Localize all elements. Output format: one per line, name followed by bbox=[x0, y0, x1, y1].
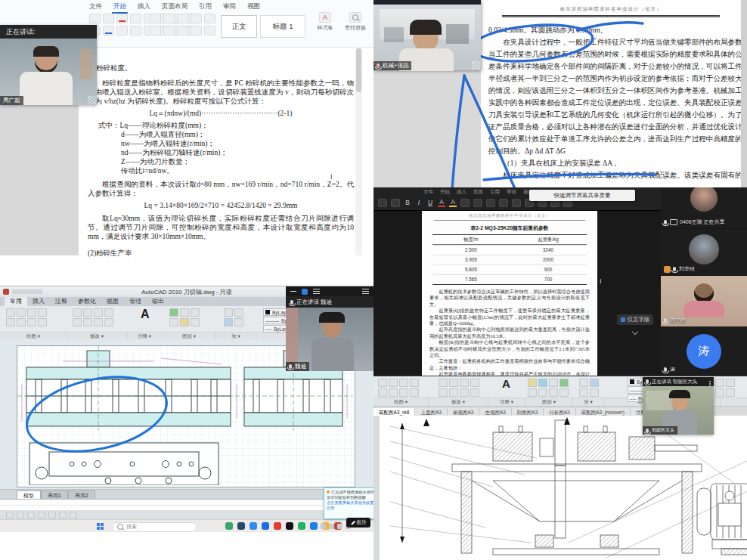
dark-menu-tab[interactable]: 插入 bbox=[457, 189, 466, 196]
cad-canvas[interactable] bbox=[380, 416, 747, 560]
format-icon[interactable] bbox=[473, 199, 482, 207]
taskbar-app-icon[interactable] bbox=[286, 522, 293, 530]
speaker-video-tile[interactable]: 正在讲话: 周广超 bbox=[0, 25, 97, 105]
status-bar[interactable] bbox=[0, 510, 374, 519]
ribbon-tab[interactable]: 管理 bbox=[124, 297, 147, 306]
draw-panel-icons[interactable] bbox=[439, 379, 479, 397]
ribbon-tab[interactable]: 常用 bbox=[5, 297, 27, 306]
ribbon-tab[interactable]: 输出 bbox=[147, 297, 169, 306]
ribbon-tab[interactable]: 参数化 bbox=[73, 297, 101, 306]
modify-panel-icons[interactable] bbox=[378, 379, 419, 397]
dark-menu-tab[interactable]: 引用 bbox=[490, 189, 500, 196]
format-icon[interactable]: U bbox=[426, 199, 434, 206]
thesis-text-line: （1）夹具在机床上的安装误差 ΔA 。 bbox=[488, 157, 735, 169]
shared-doc-paragraph: 幅度(R)指的是吊钩中心线与起重机回转中心线之间的水平距离，这个参数决定起重机不… bbox=[429, 339, 590, 358]
participant-tile[interactable]: 周宇婷 bbox=[661, 276, 747, 326]
dark-menu-tab[interactable]: 审阅 bbox=[507, 189, 516, 196]
menu-tab[interactable]: 页面布局 bbox=[160, 2, 189, 14]
layout-tab-bar[interactable]: 模型布局1布局2 bbox=[0, 489, 374, 500]
panel-caption[interactable]: 修改 ▾ bbox=[429, 398, 488, 406]
format-icon[interactable] bbox=[486, 199, 495, 207]
minimize-icon[interactable] bbox=[290, 291, 296, 292]
mini-window-controls[interactable] bbox=[286, 286, 374, 296]
popup-line: 点击查看屏幕共享画质设置向导 bbox=[327, 500, 374, 511]
format-icon[interactable] bbox=[499, 199, 508, 207]
format-icon[interactable]: A bbox=[449, 198, 457, 207]
format-icon[interactable] bbox=[460, 199, 470, 207]
paragraph-format-icons[interactable] bbox=[150, 14, 215, 36]
annotation-panel-icons[interactable] bbox=[528, 379, 569, 397]
taskbar-app-icon[interactable] bbox=[237, 522, 245, 530]
annotate-pill-button[interactable]: 批注 bbox=[346, 518, 370, 528]
resize-handle[interactable] bbox=[472, 61, 480, 70]
doc-paragraph-4: (2)粉碎生产率 bbox=[88, 249, 354, 258]
utility-panel-icons[interactable] bbox=[715, 379, 735, 397]
quick-access-toolbar[interactable] bbox=[12, 289, 42, 294]
format-icon[interactable]: A bbox=[438, 198, 445, 207]
menu-tab[interactable]: 开始 bbox=[112, 2, 128, 14]
panel-caption[interactable]: 注释 ▾ bbox=[488, 398, 525, 406]
vertical-scrollbar[interactable] bbox=[355, 47, 362, 255]
taskbar-app-icon[interactable] bbox=[225, 522, 233, 530]
draw-panel-icons[interactable] bbox=[6, 308, 47, 326]
notification-popup[interactable]: 已完成升级检测相关操作水印功能授权到期提醒点击查看屏幕共享画质设置向导 bbox=[324, 487, 374, 519]
participant-tile[interactable]: 涛涛 bbox=[661, 327, 747, 376]
format-icon[interactable] bbox=[512, 199, 521, 207]
annotate-text-icon[interactable]: A bbox=[502, 377, 510, 390]
participant-video-tile[interactable]: 机械+张晶 bbox=[374, 0, 481, 70]
chevron-down-icon[interactable] bbox=[632, 329, 638, 335]
crusher-assembly-drawing-svg bbox=[380, 416, 747, 560]
style-heading-chip[interactable]: 标题 1 bbox=[260, 15, 305, 38]
menu-tab[interactable]: 插入 bbox=[136, 2, 152, 14]
windows-taskbar[interactable]: 搜索 bbox=[0, 519, 374, 532]
style-normal-chip[interactable]: 正文 bbox=[221, 15, 257, 38]
style-heading-label: 标题 1 bbox=[273, 22, 293, 32]
resize-handle[interactable] bbox=[88, 96, 96, 104]
style-set-button[interactable]: A 样式集 bbox=[312, 12, 339, 32]
menu-tab[interactable]: 引用 bbox=[197, 2, 213, 14]
ribbon-tab[interactable]: 插入 bbox=[27, 297, 50, 306]
taskbar-search[interactable]: 搜索 bbox=[112, 522, 197, 532]
taskbar-app-icon[interactable] bbox=[250, 522, 257, 530]
format-icon[interactable]: I bbox=[415, 199, 423, 206]
annotate-text-icon[interactable]: A bbox=[141, 308, 150, 321]
ribbon-tab[interactable]: 注释 bbox=[50, 297, 73, 306]
more-menu-icon[interactable] bbox=[362, 289, 369, 290]
mini-meeting-window[interactable]: 正在讲话 智能区大头 智能区大头 bbox=[643, 377, 714, 435]
participant-nametag: 机械+张晶 bbox=[374, 61, 411, 70]
panel-caption[interactable]: 块 ▾ bbox=[573, 398, 604, 406]
layer-panel-icons[interactable] bbox=[169, 308, 200, 326]
ribbon-tab[interactable]: 视图 bbox=[101, 297, 124, 306]
restore-icon[interactable] bbox=[302, 289, 308, 295]
format-icon[interactable]: B bbox=[404, 199, 411, 206]
document-body: (1)粉碎粒度。 粉碎粒度是指物料粉碎后的长度尺寸，是 PC 粉碎机的主要性能参… bbox=[88, 62, 354, 258]
dark-menu-tab[interactable]: 页面 bbox=[473, 189, 483, 196]
kebab-menu-icon[interactable] bbox=[709, 381, 711, 382]
mini-meeting-window[interactable]: 正在讲话 魏迪 魏迪 bbox=[286, 286, 374, 371]
word-menu-bar[interactable]: 文件开始插入页面布局引用审阅视图 bbox=[88, 2, 262, 14]
panel-caption[interactable]: 绘图 ▾ bbox=[374, 398, 429, 406]
dark-menu-tab[interactable]: 文件 bbox=[423, 189, 433, 196]
block-panel-icons[interactable] bbox=[224, 308, 243, 326]
taskbar-app-icon[interactable] bbox=[274, 522, 281, 530]
start-button[interactable] bbox=[97, 523, 104, 530]
dark-menu-tab[interactable]: 开始 bbox=[440, 189, 450, 196]
menu-icon[interactable] bbox=[313, 289, 320, 290]
taskbar-app-icon[interactable] bbox=[298, 522, 305, 530]
speaking-label: 正在讲话: bbox=[6, 27, 36, 37]
doc-definition-line: Z——为动刀片数量； bbox=[88, 157, 354, 166]
taskbar-app-icon[interactable] bbox=[262, 522, 269, 530]
text-mode-button[interactable]: 仅文字版 bbox=[617, 314, 653, 325]
menu-tab[interactable]: 视图 bbox=[246, 2, 262, 14]
table-header-row: 幅度/m起重量/kg bbox=[432, 235, 587, 245]
participant-tile[interactable]: 刘华钰 bbox=[661, 229, 747, 276]
menu-tab[interactable]: 审阅 bbox=[222, 2, 237, 14]
block-panel-icons[interactable] bbox=[579, 379, 599, 397]
panel-caption[interactable]: 图层 ▾ bbox=[525, 398, 573, 406]
find-replace-button[interactable]: 查找替换 bbox=[342, 12, 369, 32]
menu-tab[interactable]: 文件 bbox=[88, 2, 104, 14]
participant-tile[interactable]: 0406王璐 正在共享 bbox=[661, 187, 747, 228]
mic-icon bbox=[646, 429, 649, 433]
modify-panel-icons[interactable] bbox=[73, 308, 113, 326]
taskbar-app-icon[interactable] bbox=[310, 522, 318, 530]
